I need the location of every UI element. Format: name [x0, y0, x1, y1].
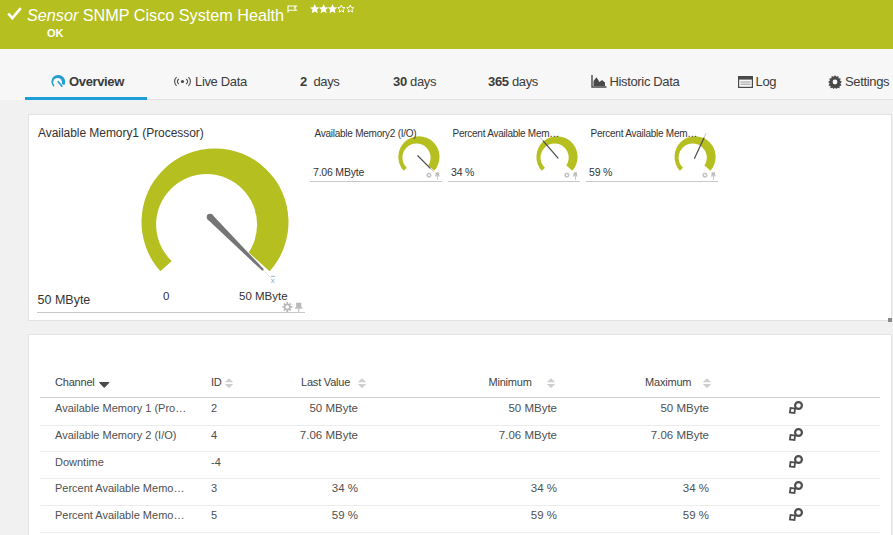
svg-text:x: x — [271, 276, 275, 285]
